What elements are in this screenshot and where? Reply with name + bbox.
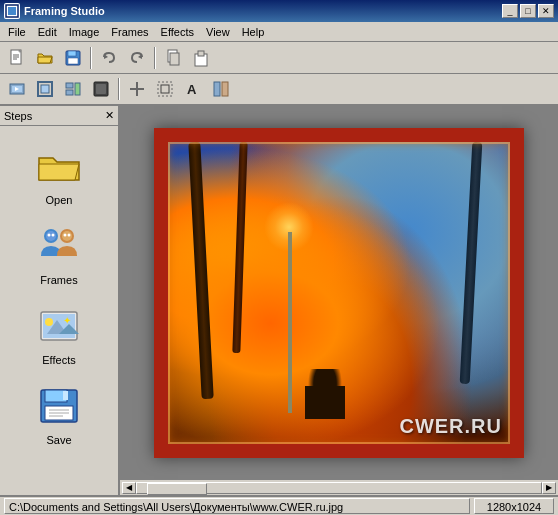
steps-close-button[interactable]: ✕ <box>105 109 114 122</box>
status-bar: C:\Documents and Settings\All Users\Доку… <box>0 495 558 515</box>
svg-text:A: A <box>187 82 197 97</box>
steps-panel: Steps ✕ Open <box>0 106 120 495</box>
svg-rect-23 <box>75 83 80 95</box>
svg-point-38 <box>52 234 55 237</box>
steps-title: Steps <box>4 110 32 122</box>
menu-edit[interactable]: Edit <box>32 24 63 40</box>
steps-list: Open <box>0 126 118 462</box>
main-area: Steps ✕ Open <box>0 106 558 495</box>
copy-button[interactable] <box>160 45 186 71</box>
menu-effects[interactable]: Effects <box>155 24 200 40</box>
toolbar-separator-1 <box>90 47 92 69</box>
minimize-button[interactable]: _ <box>502 4 518 18</box>
effects-icon: ✦ <box>35 302 83 350</box>
menu-help[interactable]: Help <box>236 24 271 40</box>
step-frames[interactable]: Frames <box>14 216 104 292</box>
svg-rect-13 <box>170 53 179 65</box>
status-path: C:\Documents and Settings\All Users\Доку… <box>4 498 470 514</box>
menu-frames[interactable]: Frames <box>105 24 154 40</box>
svg-rect-25 <box>96 84 106 94</box>
save-icon <box>35 382 83 430</box>
tb2-btn1[interactable] <box>4 76 30 102</box>
svg-point-45 <box>45 318 53 326</box>
tree-right <box>459 142 482 384</box>
svg-point-40 <box>68 234 71 237</box>
tree-left-2 <box>233 142 248 353</box>
maximize-button[interactable]: □ <box>520 4 536 18</box>
svg-rect-9 <box>68 58 78 64</box>
tb2-btn8[interactable] <box>208 76 234 102</box>
horizontal-scrollbar: ◀ ▶ <box>120 479 558 495</box>
painting: CWER.RU <box>168 142 510 444</box>
svg-rect-21 <box>66 83 73 88</box>
toolbar-separator-2 <box>154 47 156 69</box>
svg-rect-32 <box>222 82 228 96</box>
new-button[interactable] <box>4 45 30 71</box>
steps-header: Steps ✕ <box>0 106 118 126</box>
window-controls: _ □ ✕ <box>502 4 554 18</box>
redo-button[interactable] <box>124 45 150 71</box>
toolbar2-separator <box>118 78 120 100</box>
paste-button[interactable] <box>188 45 214 71</box>
step-effects-label: Effects <box>42 354 75 366</box>
svg-point-36 <box>62 231 72 241</box>
tree-left-1 <box>189 142 214 399</box>
step-effects[interactable]: ✦ Effects <box>14 296 104 372</box>
scrollbar-thumb[interactable] <box>147 483 207 495</box>
frames-icon <box>35 222 83 270</box>
svg-text:✦: ✦ <box>63 315 71 326</box>
tb2-btn4[interactable] <box>88 76 114 102</box>
svg-rect-49 <box>63 391 68 400</box>
svg-rect-15 <box>198 51 204 56</box>
svg-rect-1 <box>8 7 16 15</box>
scrollbar-track[interactable] <box>136 482 542 494</box>
close-button[interactable]: ✕ <box>538 4 554 18</box>
svg-point-39 <box>64 234 67 237</box>
tb2-btn6[interactable] <box>152 76 178 102</box>
open-icon <box>35 142 83 190</box>
svg-rect-20 <box>41 85 49 93</box>
save-toolbar-button[interactable] <box>60 45 86 71</box>
tb2-btn2[interactable] <box>32 76 58 102</box>
watermark-text: CWER.RU <box>399 415 502 438</box>
tb2-text-button[interactable]: A <box>180 76 206 102</box>
title-bar: Framing Studio _ □ ✕ <box>0 0 558 22</box>
people-silhouette <box>305 369 345 419</box>
svg-rect-31 <box>214 82 220 96</box>
status-size: 1280x1024 <box>474 498 554 514</box>
svg-rect-28 <box>158 82 172 96</box>
scroll-left-button[interactable]: ◀ <box>122 482 136 494</box>
svg-rect-22 <box>66 90 73 95</box>
svg-point-35 <box>46 231 56 241</box>
open-button[interactable] <box>32 45 58 71</box>
image-frame: CWER.RU <box>154 128 524 458</box>
step-save[interactable]: Save <box>14 376 104 452</box>
app-icon <box>4 3 20 19</box>
step-open-label: Open <box>46 194 73 206</box>
menu-view[interactable]: View <box>200 24 236 40</box>
svg-rect-29 <box>161 85 169 93</box>
menu-image[interactable]: Image <box>63 24 106 40</box>
lamp-post <box>288 232 292 413</box>
svg-rect-8 <box>68 51 76 56</box>
toolbar1 <box>0 42 558 74</box>
step-save-label: Save <box>46 434 71 446</box>
scroll-right-button[interactable]: ▶ <box>542 482 556 494</box>
tb2-btn3[interactable] <box>60 76 86 102</box>
canvas-area: CWER.RU <box>120 106 558 479</box>
step-open[interactable]: Open <box>14 136 104 212</box>
undo-button[interactable] <box>96 45 122 71</box>
window-title: Framing Studio <box>24 5 502 17</box>
step-frames-label: Frames <box>40 274 77 286</box>
tb2-btn5[interactable] <box>124 76 150 102</box>
menu-file[interactable]: File <box>2 24 32 40</box>
svg-point-37 <box>48 234 51 237</box>
menu-bar: File Edit Image Frames Effects View Help <box>0 22 558 42</box>
toolbar2: A <box>0 74 558 106</box>
